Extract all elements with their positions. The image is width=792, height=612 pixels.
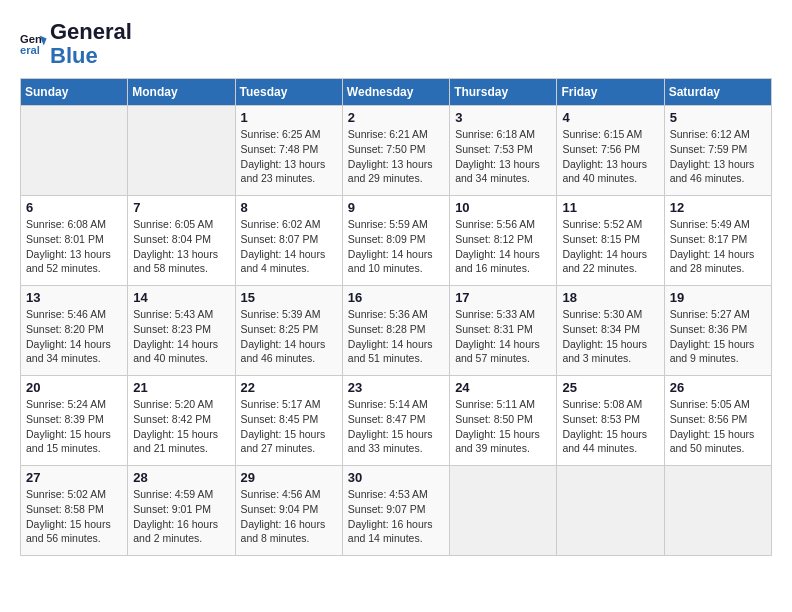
calendar-day-cell: 28Sunrise: 4:59 AM Sunset: 9:01 PM Dayli…: [128, 466, 235, 556]
day-info: Sunrise: 5:05 AM Sunset: 8:56 PM Dayligh…: [670, 397, 766, 456]
calendar-day-cell: [450, 466, 557, 556]
day-info: Sunrise: 5:56 AM Sunset: 8:12 PM Dayligh…: [455, 217, 551, 276]
day-number: 9: [348, 200, 444, 215]
calendar-week-row: 1Sunrise: 6:25 AM Sunset: 7:48 PM Daylig…: [21, 106, 772, 196]
day-number: 20: [26, 380, 122, 395]
day-number: 14: [133, 290, 229, 305]
svg-text:Gen: Gen: [20, 33, 42, 45]
day-info: Sunrise: 6:18 AM Sunset: 7:53 PM Dayligh…: [455, 127, 551, 186]
day-of-week-header: Tuesday: [235, 79, 342, 106]
calendar-day-cell: 6Sunrise: 6:08 AM Sunset: 8:01 PM Daylig…: [21, 196, 128, 286]
day-info: Sunrise: 5:46 AM Sunset: 8:20 PM Dayligh…: [26, 307, 122, 366]
calendar-table: SundayMondayTuesdayWednesdayThursdayFrid…: [20, 78, 772, 556]
calendar-day-cell: 30Sunrise: 4:53 AM Sunset: 9:07 PM Dayli…: [342, 466, 449, 556]
day-info: Sunrise: 5:59 AM Sunset: 8:09 PM Dayligh…: [348, 217, 444, 276]
day-of-week-header: Friday: [557, 79, 664, 106]
day-number: 26: [670, 380, 766, 395]
calendar-day-cell: 2Sunrise: 6:21 AM Sunset: 7:50 PM Daylig…: [342, 106, 449, 196]
day-of-week-header: Thursday: [450, 79, 557, 106]
calendar-day-cell: 25Sunrise: 5:08 AM Sunset: 8:53 PM Dayli…: [557, 376, 664, 466]
day-info: Sunrise: 4:56 AM Sunset: 9:04 PM Dayligh…: [241, 487, 337, 546]
day-number: 16: [348, 290, 444, 305]
day-number: 23: [348, 380, 444, 395]
day-number: 29: [241, 470, 337, 485]
day-info: Sunrise: 6:25 AM Sunset: 7:48 PM Dayligh…: [241, 127, 337, 186]
day-number: 25: [562, 380, 658, 395]
calendar-day-cell: 12Sunrise: 5:49 AM Sunset: 8:17 PM Dayli…: [664, 196, 771, 286]
calendar-header-row: SundayMondayTuesdayWednesdayThursdayFrid…: [21, 79, 772, 106]
day-info: Sunrise: 5:43 AM Sunset: 8:23 PM Dayligh…: [133, 307, 229, 366]
calendar-day-cell: 24Sunrise: 5:11 AM Sunset: 8:50 PM Dayli…: [450, 376, 557, 466]
day-of-week-header: Wednesday: [342, 79, 449, 106]
day-number: 8: [241, 200, 337, 215]
calendar-day-cell: 8Sunrise: 6:02 AM Sunset: 8:07 PM Daylig…: [235, 196, 342, 286]
day-info: Sunrise: 5:24 AM Sunset: 8:39 PM Dayligh…: [26, 397, 122, 456]
day-number: 30: [348, 470, 444, 485]
day-number: 27: [26, 470, 122, 485]
calendar-day-cell: 4Sunrise: 6:15 AM Sunset: 7:56 PM Daylig…: [557, 106, 664, 196]
calendar-day-cell: [128, 106, 235, 196]
day-info: Sunrise: 6:12 AM Sunset: 7:59 PM Dayligh…: [670, 127, 766, 186]
calendar-day-cell: 11Sunrise: 5:52 AM Sunset: 8:15 PM Dayli…: [557, 196, 664, 286]
calendar-week-row: 20Sunrise: 5:24 AM Sunset: 8:39 PM Dayli…: [21, 376, 772, 466]
day-info: Sunrise: 6:21 AM Sunset: 7:50 PM Dayligh…: [348, 127, 444, 186]
day-info: Sunrise: 6:02 AM Sunset: 8:07 PM Dayligh…: [241, 217, 337, 276]
day-number: 17: [455, 290, 551, 305]
day-info: Sunrise: 4:59 AM Sunset: 9:01 PM Dayligh…: [133, 487, 229, 546]
day-number: 18: [562, 290, 658, 305]
day-number: 22: [241, 380, 337, 395]
calendar-day-cell: 9Sunrise: 5:59 AM Sunset: 8:09 PM Daylig…: [342, 196, 449, 286]
calendar-day-cell: 29Sunrise: 4:56 AM Sunset: 9:04 PM Dayli…: [235, 466, 342, 556]
day-number: 1: [241, 110, 337, 125]
day-number: 7: [133, 200, 229, 215]
day-number: 19: [670, 290, 766, 305]
day-number: 11: [562, 200, 658, 215]
calendar-day-cell: 10Sunrise: 5:56 AM Sunset: 8:12 PM Dayli…: [450, 196, 557, 286]
calendar-day-cell: 1Sunrise: 6:25 AM Sunset: 7:48 PM Daylig…: [235, 106, 342, 196]
day-number: 4: [562, 110, 658, 125]
calendar-day-cell: 14Sunrise: 5:43 AM Sunset: 8:23 PM Dayli…: [128, 286, 235, 376]
day-number: 5: [670, 110, 766, 125]
calendar-day-cell: 23Sunrise: 5:14 AM Sunset: 8:47 PM Dayli…: [342, 376, 449, 466]
day-number: 15: [241, 290, 337, 305]
svg-text:eral: eral: [20, 44, 40, 56]
day-info: Sunrise: 5:49 AM Sunset: 8:17 PM Dayligh…: [670, 217, 766, 276]
calendar-day-cell: 3Sunrise: 6:18 AM Sunset: 7:53 PM Daylig…: [450, 106, 557, 196]
calendar-day-cell: [557, 466, 664, 556]
day-of-week-header: Saturday: [664, 79, 771, 106]
day-info: Sunrise: 5:36 AM Sunset: 8:28 PM Dayligh…: [348, 307, 444, 366]
calendar-day-cell: 7Sunrise: 6:05 AM Sunset: 8:04 PM Daylig…: [128, 196, 235, 286]
calendar-day-cell: 15Sunrise: 5:39 AM Sunset: 8:25 PM Dayli…: [235, 286, 342, 376]
calendar-day-cell: 27Sunrise: 5:02 AM Sunset: 8:58 PM Dayli…: [21, 466, 128, 556]
day-info: Sunrise: 5:14 AM Sunset: 8:47 PM Dayligh…: [348, 397, 444, 456]
logo-icon: Gen eral: [20, 30, 48, 58]
day-number: 6: [26, 200, 122, 215]
day-info: Sunrise: 5:11 AM Sunset: 8:50 PM Dayligh…: [455, 397, 551, 456]
day-info: Sunrise: 5:33 AM Sunset: 8:31 PM Dayligh…: [455, 307, 551, 366]
day-number: 28: [133, 470, 229, 485]
day-number: 24: [455, 380, 551, 395]
calendar-day-cell: 18Sunrise: 5:30 AM Sunset: 8:34 PM Dayli…: [557, 286, 664, 376]
day-info: Sunrise: 5:39 AM Sunset: 8:25 PM Dayligh…: [241, 307, 337, 366]
calendar-day-cell: 19Sunrise: 5:27 AM Sunset: 8:36 PM Dayli…: [664, 286, 771, 376]
day-info: Sunrise: 6:08 AM Sunset: 8:01 PM Dayligh…: [26, 217, 122, 276]
calendar-day-cell: 21Sunrise: 5:20 AM Sunset: 8:42 PM Dayli…: [128, 376, 235, 466]
day-number: 3: [455, 110, 551, 125]
logo: Gen eral General Blue: [20, 20, 132, 68]
day-info: Sunrise: 4:53 AM Sunset: 9:07 PM Dayligh…: [348, 487, 444, 546]
calendar-day-cell: 20Sunrise: 5:24 AM Sunset: 8:39 PM Dayli…: [21, 376, 128, 466]
calendar-day-cell: [664, 466, 771, 556]
calendar-day-cell: 16Sunrise: 5:36 AM Sunset: 8:28 PM Dayli…: [342, 286, 449, 376]
calendar-week-row: 13Sunrise: 5:46 AM Sunset: 8:20 PM Dayli…: [21, 286, 772, 376]
day-info: Sunrise: 5:30 AM Sunset: 8:34 PM Dayligh…: [562, 307, 658, 366]
day-number: 21: [133, 380, 229, 395]
calendar-day-cell: 17Sunrise: 5:33 AM Sunset: 8:31 PM Dayli…: [450, 286, 557, 376]
day-of-week-header: Monday: [128, 79, 235, 106]
calendar-day-cell: 22Sunrise: 5:17 AM Sunset: 8:45 PM Dayli…: [235, 376, 342, 466]
calendar-week-row: 6Sunrise: 6:08 AM Sunset: 8:01 PM Daylig…: [21, 196, 772, 286]
day-of-week-header: Sunday: [21, 79, 128, 106]
calendar-day-cell: 5Sunrise: 6:12 AM Sunset: 7:59 PM Daylig…: [664, 106, 771, 196]
day-info: Sunrise: 5:08 AM Sunset: 8:53 PM Dayligh…: [562, 397, 658, 456]
day-number: 2: [348, 110, 444, 125]
calendar-week-row: 27Sunrise: 5:02 AM Sunset: 8:58 PM Dayli…: [21, 466, 772, 556]
